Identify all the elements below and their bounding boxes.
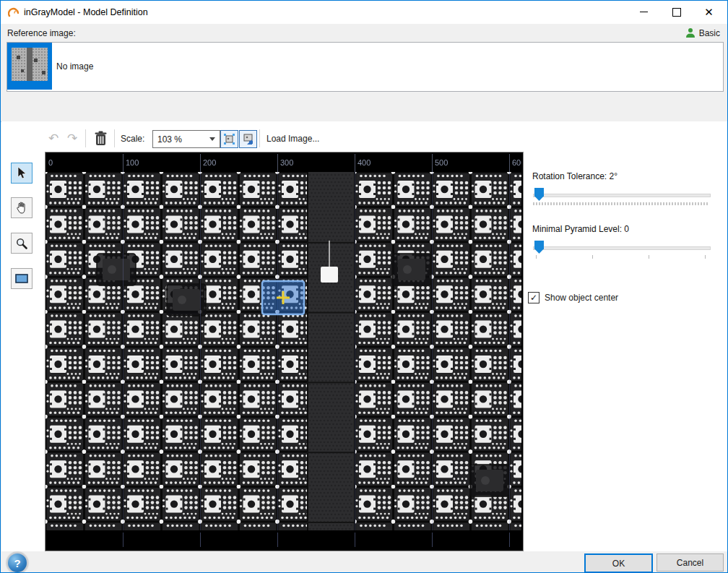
magnifier-icon [16, 238, 27, 249]
model-definition-dialog: { "window": { "title": "inGrayModel - Mo… [0, 0, 728, 573]
zoom-to-selection-button[interactable] [239, 130, 257, 148]
cursor-arrow-icon [17, 167, 27, 179]
hand-icon [16, 202, 27, 214]
reference-thumbnail-image [12, 48, 48, 81]
reference-thumbnail-tile[interactable] [7, 43, 52, 90]
fit-image-to-window-button[interactable] [220, 130, 238, 148]
show-object-center-row[interactable]: ✓ Show object center [528, 292, 618, 303]
reference-image-label: Reference image: [7, 28, 76, 38]
toolbar-separator [85, 129, 86, 147]
fit-image-icon [224, 134, 235, 145]
close-button[interactable]: ✕ [693, 1, 725, 23]
reference-image-list [6, 42, 724, 92]
mode-indicator[interactable]: Basic [685, 27, 720, 38]
scale-label: Scale: [121, 134, 144, 144]
pyramid-level-slider-track[interactable] [533, 246, 711, 250]
help-button[interactable]: ? [6, 552, 28, 573]
select-tool-button[interactable] [11, 163, 32, 184]
pyramid-tick [649, 255, 649, 259]
mode-label: Basic [699, 28, 720, 38]
trash-icon [95, 131, 107, 146]
ok-button[interactable]: OK [584, 553, 653, 573]
pyramid-tick [592, 255, 593, 259]
rotation-tolerance-label: Rotation Tolerance: 2° [532, 171, 618, 181]
pyramid-tick [536, 255, 537, 259]
info-bar: Select a template rectangle. It should b… [1, 92, 727, 122]
show-object-center-checkbox[interactable]: ✓ [528, 292, 540, 303]
close-icon: ✕ [704, 7, 714, 17]
window-title: inGrayModel - Model Definition [24, 7, 148, 17]
image-editor-canvas[interactable] [46, 152, 521, 549]
cancel-button-label: Cancel [677, 558, 703, 568]
pyramid-level-label: Minimal Pyramid Level: 0 [532, 224, 629, 234]
scale-value: 103 % [157, 134, 209, 145]
maximize-icon [672, 8, 681, 17]
user-icon [685, 27, 696, 38]
title-bar: inGrayModel - Model Definition ✕ [1, 1, 727, 24]
pan-tool-button[interactable] [11, 197, 32, 218]
chevron-down-icon [209, 137, 215, 141]
image-view-container [45, 152, 524, 551]
maximize-button[interactable] [660, 1, 693, 23]
undo-icon: ↶ [48, 131, 58, 146]
redo-button[interactable]: ↷ [64, 131, 80, 145]
redo-icon: ↷ [67, 131, 77, 146]
scale-combobox[interactable]: 103 % [152, 130, 220, 148]
show-object-center-label: Show object center [545, 293, 618, 303]
rotation-slider-ticks [533, 202, 708, 205]
load-image-button[interactable]: Load Image... [266, 134, 319, 144]
app-logo-icon [8, 7, 20, 19]
zoom-selection-icon [243, 134, 254, 145]
delete-button[interactable] [92, 129, 108, 147]
minimize-icon [640, 12, 648, 12]
pyramid-tick [705, 255, 706, 259]
cancel-button[interactable]: Cancel [656, 553, 724, 572]
rectangle-tool-button[interactable] [11, 268, 32, 289]
ok-button-label: OK [612, 559, 625, 569]
toolbar-separator [114, 129, 115, 147]
rectangle-icon [15, 274, 28, 283]
zoom-tool-button[interactable] [11, 233, 32, 254]
undo-button[interactable]: ↶ [46, 131, 61, 145]
help-icon: ? [14, 557, 20, 569]
toolbar-separator [259, 129, 260, 147]
no-image-label: No image [56, 61, 93, 72]
minimize-button[interactable] [628, 1, 660, 23]
rotation-tolerance-slider-track[interactable] [533, 194, 711, 197]
